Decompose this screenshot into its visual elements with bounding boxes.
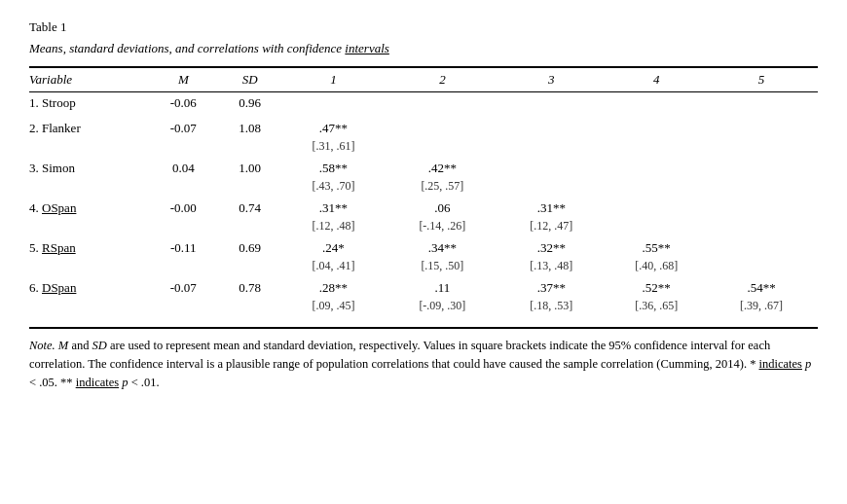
col-3: 3 (502, 67, 608, 92)
col-5: 5 (713, 67, 818, 92)
table-row: 1. Stroop-0.060.96 (29, 92, 818, 115)
table-row: 4. OSpan-0.000.74.31**.06.31** (29, 198, 818, 219)
col-4: 4 (608, 67, 713, 92)
table-row: 3. Simon0.041.00.58**.42** (29, 158, 818, 179)
table-label: Table 1 (29, 19, 818, 35)
table-title: Means, standard deviations, and correlat… (29, 41, 818, 56)
col-1: 1 (284, 67, 389, 92)
table-row: 5. RSpan-0.110.69.24*.34**.32**.55** (29, 237, 818, 259)
table-note: Note. M and SD are used to represent mea… (29, 327, 818, 391)
data-table: Variable M SD 1 2 3 4 5 1. Stroop-0.060.… (29, 66, 818, 317)
table-row: 6. DSpan-0.070.78.28**.11.37**.52**.54** (29, 277, 818, 299)
column-header-row: Variable M SD 1 2 3 4 5 (29, 67, 818, 92)
ci-row: [.09, .45][-.09, .30][.18, .53][.36, .65… (29, 299, 818, 317)
col-variable: Variable (29, 67, 152, 92)
col-sd: SD (223, 67, 285, 92)
ci-row: [.43, .70][.25, .57] (29, 179, 818, 198)
ci-row: [.04, .41][.15, .50][.13, .48][.40, .68] (29, 259, 818, 277)
ci-row: [.31, .61] (29, 139, 818, 158)
table-row: 2. Flanker-0.071.08.47** (29, 118, 818, 139)
col-2: 2 (389, 67, 502, 92)
col-m: M (152, 67, 223, 92)
ci-row: [.12, .48][-.14, .26][.12, .47] (29, 219, 818, 237)
